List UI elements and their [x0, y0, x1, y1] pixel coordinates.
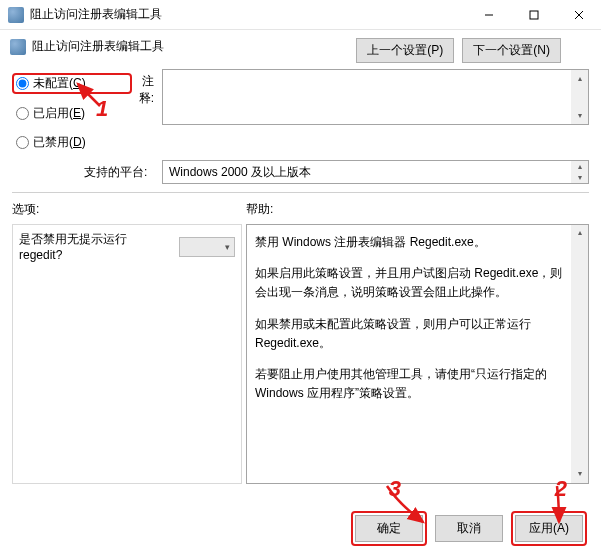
cancel-button[interactable]: 取消 — [435, 515, 503, 542]
radio-not-configured-label: 未配置(C) — [33, 75, 86, 92]
comment-row: 未配置(C) 已启用(E) 已禁用(D) 注释: ▴ ▾ — [12, 69, 589, 152]
radio-group: 未配置(C) 已启用(E) 已禁用(D) — [12, 69, 132, 152]
options-panel: 是否禁用无提示运行 regedit? ▾ — [12, 224, 242, 484]
maximize-button[interactable] — [511, 0, 556, 29]
scroll-down-icon[interactable]: ▾ — [571, 107, 588, 124]
policy-title: 阻止访问注册表编辑工具 — [32, 38, 164, 55]
scroll-down-icon[interactable]: ▾ — [571, 466, 588, 483]
next-label: 下一个设置(N) — [473, 43, 550, 57]
divider — [12, 192, 589, 193]
window-title: 阻止访问注册表编辑工具 — [30, 6, 466, 23]
radio-enabled[interactable]: 已启用(E) — [12, 104, 132, 123]
radio-disabled-input[interactable] — [16, 136, 29, 149]
scroll-up-icon[interactable]: ▴ — [571, 70, 588, 87]
next-setting-button[interactable]: 下一个设置(N) — [462, 38, 561, 63]
comment-scrollbar[interactable]: ▴ ▾ — [571, 70, 588, 124]
help-scrollbar[interactable]: ▴ ▾ — [571, 225, 588, 483]
platform-text: Windows 2000 及以上版本 — [169, 164, 311, 181]
platform-scrollbar[interactable]: ▴ ▾ — [571, 161, 588, 183]
radio-enabled-input[interactable] — [16, 107, 29, 120]
app-icon — [8, 7, 24, 23]
comment-textarea[interactable]: ▴ ▾ — [162, 69, 589, 125]
footer-buttons: 确定 取消 应用(A) — [351, 511, 587, 546]
option-dropdown[interactable]: ▾ — [179, 237, 235, 257]
cancel-label: 取消 — [457, 521, 481, 535]
ok-label: 确定 — [377, 521, 401, 535]
nav-buttons: 上一个设置(P) 下一个设置(N) — [356, 38, 561, 63]
comment-label: 注释: — [132, 69, 162, 152]
prev-setting-button[interactable]: 上一个设置(P) — [356, 38, 454, 63]
scroll-up-icon[interactable]: ▴ — [571, 225, 588, 242]
section-labels: 选项: 帮助: — [12, 201, 589, 218]
scroll-down-icon[interactable]: ▾ — [571, 172, 588, 183]
option-silent-regedit: 是否禁用无提示运行 regedit? ▾ — [19, 231, 235, 262]
radio-not-configured-input[interactable] — [16, 77, 29, 90]
apply-button[interactable]: 应用(A) — [515, 515, 583, 542]
ok-highlight: 确定 — [351, 511, 427, 546]
close-button[interactable] — [556, 0, 601, 29]
platform-label: 支持的平台: — [84, 160, 114, 184]
content-row: 是否禁用无提示运行 regedit? ▾ 禁用 Windows 注册表编辑器 R… — [12, 224, 589, 484]
help-p4: 若要阻止用户使用其他管理工具，请使用“只运行指定的 Windows 应用程序”策… — [255, 365, 566, 403]
help-p2: 如果启用此策略设置，并且用户试图启动 Regedit.exe，则会出现一条消息，… — [255, 264, 566, 302]
platform-row: 支持的平台: Windows 2000 及以上版本 ▴ ▾ — [12, 160, 589, 184]
apply-highlight: 应用(A) — [511, 511, 587, 546]
radio-disabled[interactable]: 已禁用(D) — [12, 133, 132, 152]
option-question-text: 是否禁用无提示运行 regedit? — [19, 231, 173, 262]
radio-not-configured[interactable]: 未配置(C) — [12, 73, 132, 94]
svg-rect-1 — [530, 11, 538, 19]
window-controls — [466, 0, 601, 29]
chevron-down-icon: ▾ — [225, 242, 230, 252]
main-area: 未配置(C) 已启用(E) 已禁用(D) 注释: ▴ ▾ 支持的平台: Wind… — [0, 61, 601, 484]
ok-button[interactable]: 确定 — [355, 515, 423, 542]
minimize-button[interactable] — [466, 0, 511, 29]
prev-label: 上一个设置(P) — [367, 43, 443, 57]
titlebar: 阻止访问注册表编辑工具 — [0, 0, 601, 30]
policy-icon — [10, 39, 26, 55]
help-panel: 禁用 Windows 注册表编辑器 Regedit.exe。 如果启用此策略设置… — [246, 224, 589, 484]
help-label: 帮助: — [246, 201, 589, 218]
radio-enabled-label: 已启用(E) — [33, 105, 85, 122]
options-label: 选项: — [12, 201, 246, 218]
radio-disabled-label: 已禁用(D) — [33, 134, 86, 151]
help-p3: 如果禁用或未配置此策略设置，则用户可以正常运行 Regedit.exe。 — [255, 315, 566, 353]
scroll-up-icon[interactable]: ▴ — [571, 161, 588, 172]
help-p1: 禁用 Windows 注册表编辑器 Regedit.exe。 — [255, 233, 566, 252]
platform-box: Windows 2000 及以上版本 ▴ ▾ — [162, 160, 589, 184]
apply-label: 应用(A) — [529, 521, 569, 535]
